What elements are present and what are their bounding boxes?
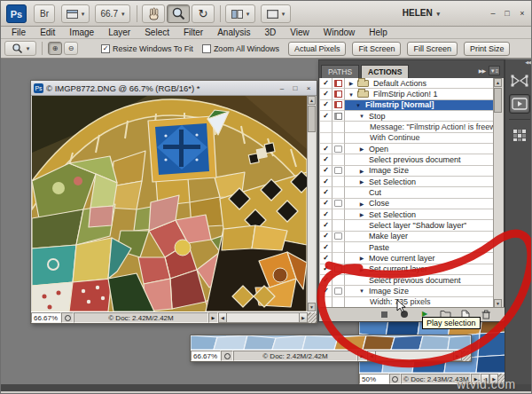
fill-screen-button[interactable]: Fill Screen	[407, 42, 458, 56]
dialog-toggle[interactable]	[332, 111, 345, 122]
menu-filter[interactable]: Filter	[176, 28, 210, 37]
scroll-down-icon[interactable]: ▼	[308, 303, 316, 311]
zoom-tool-button[interactable]	[167, 4, 190, 23]
action-row[interactable]: Close	[320, 199, 495, 209]
arrange-documents-button[interactable]	[225, 4, 255, 23]
resize-grip[interactable]	[308, 312, 317, 323]
expand-arrow-icon[interactable]	[357, 144, 366, 154]
zoom-tool-preset[interactable]	[4, 41, 36, 56]
item-toggle-checkbox[interactable]	[320, 177, 332, 187]
zoom-out-toggle[interactable]: ⊖	[64, 42, 78, 55]
action-row[interactable]: Move current layer	[320, 253, 495, 264]
item-toggle-checkbox[interactable]	[320, 242, 332, 253]
menu-window[interactable]: Window	[317, 28, 363, 37]
action-set-row[interactable]: FilmStrip Action! 1	[320, 89, 495, 99]
action-row[interactable]: Image Size	[320, 286, 495, 296]
item-toggle-checkbox[interactable]	[320, 220, 332, 231]
item-toggle-checkbox[interactable]	[320, 78, 332, 89]
horizontal-scrollbar[interactable]: ◀ ▶	[218, 312, 308, 323]
dialog-toggle[interactable]	[332, 100, 345, 111]
scroll-right-icon[interactable]: ▶	[453, 351, 462, 361]
item-toggle-checkbox[interactable]	[320, 209, 332, 220]
dialog-toggle[interactable]	[332, 286, 345, 296]
expand-arrow-icon[interactable]	[357, 177, 366, 187]
action-row[interactable]: Set Selection	[320, 209, 495, 220]
resize-windows-checkbox[interactable]: ✓ Resize Windows To Fit	[101, 44, 193, 53]
hand-tool-button[interactable]	[142, 4, 165, 23]
document-titlebar[interactable]: Ps © IMGP8772.DNG @ 66.7% (RGB/16*) * – …	[31, 81, 317, 96]
action-row[interactable]: Open	[320, 144, 495, 154]
view-extras-button[interactable]	[61, 4, 90, 23]
action-row[interactable]: Cut	[320, 187, 495, 198]
panel-menu-icon[interactable]: ▼≡	[489, 66, 500, 75]
item-toggle-checkbox[interactable]	[320, 264, 332, 275]
status-flyout-arrow[interactable]	[208, 312, 218, 323]
action-row[interactable]: Set current layer	[320, 264, 495, 275]
expand-arrow-icon[interactable]	[357, 253, 366, 264]
menu-select[interactable]: Select	[137, 28, 176, 37]
status-flyout-arrow[interactable]	[357, 351, 367, 361]
action-set-row[interactable]: Default Actions	[320, 78, 495, 89]
item-toggle-checkbox[interactable]	[320, 253, 332, 264]
stop-playback-button[interactable]	[378, 310, 390, 319]
document-window-main[interactable]: Ps © IMGP8772.DNG @ 66.7% (RGB/16*) * – …	[30, 80, 317, 324]
rotate-view-tool-button[interactable]: ↻	[192, 4, 215, 23]
status-options-icon[interactable]	[389, 374, 402, 384]
item-toggle-checkbox[interactable]	[320, 89, 332, 99]
scroll-left-icon[interactable]: ◀	[367, 351, 376, 361]
menu-layer[interactable]: Layer	[101, 28, 137, 37]
item-toggle-checkbox[interactable]	[320, 286, 332, 296]
panel-scrollbar[interactable]: ▲ ▼	[493, 78, 503, 308]
zoom-field[interactable]: 66.67%	[191, 351, 221, 361]
image-canvas[interactable]	[32, 96, 307, 311]
tab-paths[interactable]: PATHS	[321, 65, 359, 78]
expand-arrow-icon[interactable]	[347, 78, 356, 89]
menu-file[interactable]: File	[4, 28, 33, 37]
status-options-icon[interactable]	[61, 312, 74, 323]
doc-maximize-button[interactable]: □	[290, 84, 301, 92]
item-toggle-checkbox[interactable]	[320, 232, 332, 242]
item-toggle-checkbox[interactable]	[320, 199, 332, 209]
delete-button[interactable]	[480, 310, 492, 319]
menu-edit[interactable]: Edit	[33, 28, 62, 37]
status-options-icon[interactable]	[221, 351, 233, 361]
expand-dock-icon[interactable]: ◀◀	[505, 59, 532, 67]
dialog-toggle[interactable]	[332, 78, 345, 89]
collapse-to-icons-icon[interactable]: ▶▶	[479, 67, 485, 74]
scroll-right-icon[interactable]: ▶	[299, 312, 308, 323]
histogram-panel-icon[interactable]	[509, 125, 530, 145]
doc-close-button[interactable]: ×	[303, 84, 314, 92]
action-row[interactable]: Select previous document	[320, 154, 495, 165]
item-toggle-checkbox[interactable]	[320, 100, 332, 111]
item-toggle-checkbox[interactable]	[320, 154, 332, 165]
dialog-toggle[interactable]	[332, 89, 345, 99]
action-row[interactable]: Make layer	[320, 232, 495, 242]
scroll-left-icon[interactable]: ◀	[218, 312, 227, 323]
zoom-in-toggle[interactable]: ⊕	[48, 42, 62, 55]
item-toggle-checkbox[interactable]	[320, 166, 332, 177]
menu-help[interactable]: Help	[362, 28, 395, 37]
action-row[interactable]: Set Selection	[320, 177, 495, 187]
dialog-toggle[interactable]	[332, 199, 345, 209]
zoom-field[interactable]: 50%	[359, 374, 389, 384]
tab-actions[interactable]: ACTIONS	[361, 65, 409, 78]
dialog-toggle[interactable]	[332, 264, 345, 275]
doc-minimize-button[interactable]: –	[277, 84, 287, 92]
dialog-toggle[interactable]	[332, 232, 345, 242]
vertical-scrollbar[interactable]: ▲ ▼	[307, 96, 316, 311]
menu-analysis[interactable]: Analysis	[210, 28, 257, 37]
expand-arrow-icon[interactable]	[357, 264, 366, 275]
actions-panel-icon[interactable]	[509, 94, 530, 114]
menu-view[interactable]: View	[283, 28, 317, 37]
item-toggle-checkbox[interactable]	[320, 187, 332, 198]
action-row[interactable]: Paste	[320, 242, 495, 253]
actual-pixels-button[interactable]: Actual Pixels	[288, 42, 347, 56]
scroll-up-icon[interactable]: ▲	[494, 78, 502, 87]
launch-bridge-button[interactable]: Br	[34, 4, 55, 23]
app-minimize-button[interactable]: –	[487, 7, 499, 20]
action-row[interactable]: Select layer "Shadow layer"	[320, 220, 495, 231]
action-row[interactable]: Image Size	[320, 166, 495, 177]
screen-mode-button[interactable]	[261, 4, 291, 23]
document-window-middle[interactable]: 66.67% © Doc: 2.42M/2.42M ◀ ▶	[190, 335, 472, 362]
zoom-level-control[interactable]: 66.7	[95, 4, 130, 23]
